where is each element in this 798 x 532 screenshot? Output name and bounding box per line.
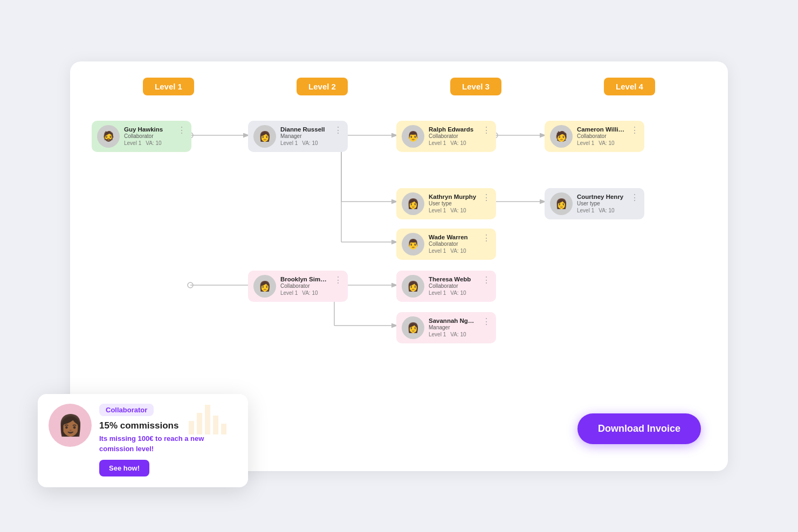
main-card: Level 1 Level 2 Level 3 Level 4 — [70, 61, 728, 471]
card-name-courtney: Courtney Henry — [577, 194, 626, 200]
svg-rect-18 — [205, 405, 210, 434]
card-meta-brooklyn: Level 1 VA: 10 — [280, 290, 329, 296]
card-name-wade: Wade Warren — [429, 234, 478, 240]
card-role-kathryn: User type — [429, 201, 478, 206]
avatar-brooklyn: 👩 — [253, 275, 276, 298]
card-role-dianne: Manager — [280, 133, 329, 139]
card-info-brooklyn: Brooklyn Simmons Collaborator Level 1 VA… — [280, 276, 329, 296]
card-meta-wade: Level 1 VA: 10 — [429, 248, 478, 254]
card-role-ralph: Collaborator — [429, 133, 478, 139]
overlay-badge: Collaborator — [99, 404, 154, 416]
avatar-savannah: 👩 — [402, 316, 424, 339]
card-name-guy: Guy Hawkins — [124, 126, 173, 133]
svg-rect-19 — [213, 416, 218, 434]
card-info-ralph: Ralph Edwards Collaborator Level 1 VA: 1… — [429, 126, 478, 146]
card-dots-kathryn[interactable]: ⋮ — [482, 194, 491, 202]
card-dots-courtney[interactable]: ⋮ — [630, 194, 639, 202]
download-invoice-button[interactable]: Download Invoice — [577, 413, 701, 444]
card-dots-dianne[interactable]: ⋮ — [334, 126, 342, 135]
card-role-guy: Collaborator — [124, 133, 173, 139]
card-meta-ralph: Level 1 VA: 10 — [429, 140, 478, 146]
card-meta-cameron: Level 1 VA: 10 — [577, 140, 626, 146]
card-dots-savannah[interactable]: ⋮ — [482, 317, 491, 326]
card-name-dianne: Dianne Russell — [280, 126, 329, 133]
card-dots-brooklyn[interactable]: ⋮ — [334, 276, 342, 285]
card-meta-theresa: Level 1 VA: 10 — [429, 290, 478, 296]
card-info-kathryn: Kathryn Murphy User type Level 1 VA: 10 — [429, 194, 478, 213]
avatar-theresa: 👩 — [402, 275, 424, 298]
card-role-wade: Collaborator — [429, 241, 478, 247]
svg-rect-16 — [189, 421, 194, 434]
card-name-ralph: Ralph Edwards — [429, 126, 478, 133]
level-badge-2: Level 2 — [297, 78, 348, 95]
level-badge-1: Level 1 — [143, 78, 194, 95]
card-role-theresa: Collaborator — [429, 283, 478, 289]
card-info-wade: Wade Warren Collaborator Level 1 VA: 10 — [429, 234, 478, 254]
card-meta-courtney: Level 1 VA: 10 — [577, 208, 626, 213]
card-info-savannah: Savannah Nguyen Manager Level 1 VA: 10 — [429, 317, 478, 337]
card-meta-dianne: Level 1 VA: 10 — [280, 140, 329, 146]
card-dianne-russell[interactable]: 👩 Dianne Russell Manager Level 1 VA: 10 … — [248, 121, 348, 152]
overlay-card: 👩🏾 Collaborator 15% commissions Its miss… — [38, 394, 248, 487]
overlay-avatar: 👩🏾 — [49, 404, 92, 447]
level-badge-3: Level 3 — [450, 78, 501, 95]
card-theresa-webb[interactable]: 👩 Theresa Webb Collaborator Level 1 VA: … — [396, 271, 496, 302]
card-dots-wade[interactable]: ⋮ — [482, 234, 491, 243]
card-dots-guy[interactable]: ⋮ — [177, 126, 186, 135]
level-badge-4: Level 4 — [604, 78, 655, 95]
card-name-cameron: Cameron Williamson — [577, 126, 626, 133]
card-role-courtney: User type — [577, 201, 626, 206]
avatar-wade: 👨 — [402, 233, 424, 255]
card-dots-theresa[interactable]: ⋮ — [482, 276, 491, 285]
card-meta-guy: Level 1 VA: 10 — [124, 140, 173, 146]
card-name-savannah: Savannah Nguyen — [429, 317, 478, 324]
card-brooklyn-simmons[interactable]: 👩 Brooklyn Simmons Collaborator Level 1 … — [248, 271, 348, 302]
card-savannah-nguyen[interactable]: 👩 Savannah Nguyen Manager Level 1 VA: 10… — [396, 312, 496, 343]
card-courtney-henry[interactable]: 👩 Courtney Henry User type Level 1 VA: 1… — [545, 188, 644, 219]
card-info-cameron: Cameron Williamson Collaborator Level 1 … — [577, 126, 626, 146]
avatar-courtney: 👩 — [550, 192, 573, 215]
svg-rect-20 — [221, 424, 226, 434]
card-role-brooklyn: Collaborator — [280, 283, 329, 289]
card-wade-warren[interactable]: 👨 Wade Warren Collaborator Level 1 VA: 1… — [396, 229, 496, 260]
card-dots-ralph[interactable]: ⋮ — [482, 126, 491, 135]
svg-rect-17 — [197, 413, 202, 434]
avatar-ralph: 👨 — [402, 125, 424, 148]
mini-chart — [183, 394, 248, 437]
card-dots-cameron[interactable]: ⋮ — [630, 126, 639, 135]
see-how-button[interactable]: See how! — [99, 460, 149, 476]
avatar-cameron: 🧑 — [550, 125, 573, 148]
overlay-amount: 100€ — [138, 434, 154, 443]
card-cameron-williamson[interactable]: 🧑 Cameron Williamson Collaborator Level … — [545, 121, 644, 152]
card-guy-hawkins[interactable]: 🧔 Guy Hawkins Collaborator Level 1 VA: 1… — [92, 121, 191, 152]
card-role-cameron: Collaborator — [577, 133, 626, 139]
card-ralph-edwards[interactable]: 👨 Ralph Edwards Collaborator Level 1 VA:… — [396, 121, 496, 152]
card-info-theresa: Theresa Webb Collaborator Level 1 VA: 10 — [429, 276, 478, 296]
card-meta-kathryn: Level 1 VA: 10 — [429, 208, 478, 213]
card-kathryn-murphy[interactable]: 👩 Kathryn Murphy User type Level 1 VA: 1… — [396, 188, 496, 219]
card-name-theresa: Theresa Webb — [429, 276, 478, 282]
svg-point-10 — [188, 282, 193, 288]
card-name-kathryn: Kathryn Murphy — [429, 194, 478, 200]
card-info-guy: Guy Hawkins Collaborator Level 1 VA: 10 — [124, 126, 173, 146]
card-info-courtney: Courtney Henry User type Level 1 VA: 10 — [577, 194, 626, 213]
level-headers: Level 1 Level 2 Level 3 Level 4 — [92, 78, 706, 95]
card-info-dianne: Dianne Russell Manager Level 1 VA: 10 — [280, 126, 329, 146]
avatar-guy: 🧔 — [97, 125, 120, 148]
avatar-dianne: 👩 — [253, 125, 276, 148]
card-meta-savannah: Level 1 VA: 10 — [429, 331, 478, 337]
card-role-savannah: Manager — [429, 324, 478, 330]
avatar-kathryn: 👩 — [402, 192, 424, 215]
card-name-brooklyn: Brooklyn Simmons — [280, 276, 329, 282]
